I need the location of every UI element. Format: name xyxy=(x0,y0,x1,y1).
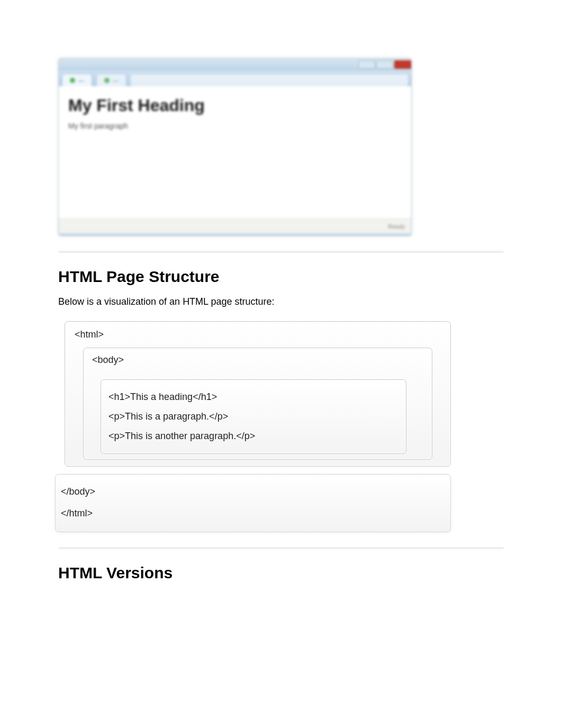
browser-tab: — xyxy=(62,74,92,86)
h1-line: <h1>This a heading</h1> xyxy=(108,387,398,407)
divider xyxy=(58,547,504,549)
section-title-versions: HTML Versions xyxy=(58,564,504,582)
status-text: Ready xyxy=(388,223,405,230)
closing-tags-box: </body> </html> xyxy=(55,474,451,532)
browser-titlebar xyxy=(59,59,411,70)
content-box: <h1>This a heading</h1> <p>This is a par… xyxy=(101,379,406,454)
window-minimize-icon xyxy=(358,60,375,69)
html-open-tag: <html> xyxy=(71,327,444,344)
rendered-heading: My First Heading xyxy=(68,96,402,115)
browser-content: My First Heading My first paragraph xyxy=(59,86,411,219)
p2-line: <p>This is another paragraph.</p> xyxy=(108,426,398,446)
html-structure-diagram: <html> <body> <h1>This a heading</h1> <p… xyxy=(65,321,451,467)
address-bar xyxy=(131,75,408,86)
body-box: <body> <h1>This a heading</h1> <p>This i… xyxy=(83,348,432,460)
rendered-paragraph: My first paragraph xyxy=(68,122,402,130)
p1-line: <p>This is a paragraph.</p> xyxy=(108,407,398,426)
window-maximize-icon xyxy=(376,60,393,69)
browser-tabs: — — xyxy=(59,70,411,86)
section-title-structure: HTML Page Structure xyxy=(58,268,504,286)
html-close-tag: </html> xyxy=(60,503,450,524)
browser-screenshot: — — My First Heading My first paragraph … xyxy=(58,58,412,236)
html-box: <html> <body> <h1>This a heading</h1> <p… xyxy=(65,321,451,467)
page-favicon-icon xyxy=(104,78,110,83)
window-close-icon xyxy=(394,60,411,69)
browser-tab: — xyxy=(96,74,126,86)
browser-status-bar: Ready xyxy=(59,219,411,233)
divider xyxy=(58,251,504,253)
body-close-tag: </body> xyxy=(60,481,450,503)
section-intro: Below is a visualization of an HTML page… xyxy=(58,296,504,307)
body-open-tag: <body> xyxy=(89,352,427,370)
page-favicon-icon xyxy=(70,78,75,83)
